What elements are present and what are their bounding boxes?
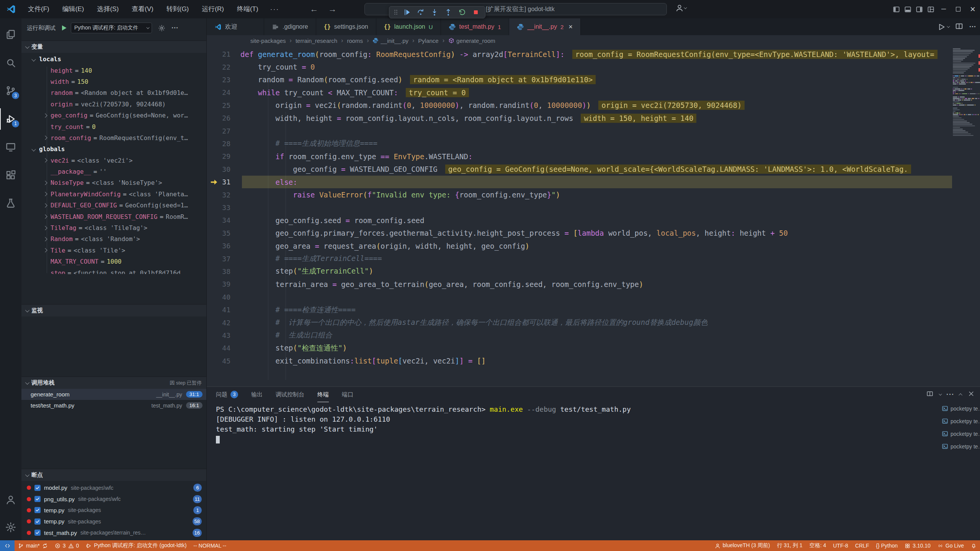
panel-maximize-icon[interactable] [959, 393, 962, 397]
code-editor[interactable]: 2021def generate_room(room_config: RoomR… [207, 46, 952, 386]
activity-extensions[interactable] [0, 165, 21, 186]
tab-test_math.py[interactable]: test_math.py1 [441, 18, 509, 35]
terminal-new-chevron-icon[interactable] [939, 392, 942, 395]
tab-launch.json[interactable]: {}launch.jsonU [376, 18, 441, 35]
views-more-actions[interactable]: ··· [172, 24, 178, 32]
callstack-section-header[interactable]: 调用堆栈 因 step 已暂停 [21, 377, 206, 389]
step-into-button[interactable] [428, 7, 441, 18]
status-problems[interactable]: 30 [51, 540, 83, 551]
watch-section-header[interactable]: 监视 [21, 304, 206, 316]
breadcrumb-item-__init__.py[interactable]: __init__.py [372, 37, 408, 44]
debug-settings-gear-icon[interactable] [158, 24, 165, 32]
status-notifications[interactable] [967, 540, 980, 551]
status-remote-indicator[interactable] [0, 540, 15, 551]
status-eol[interactable]: CRLF [852, 540, 873, 551]
activity-explorer[interactable] [0, 24, 21, 45]
variable-row[interactable]: TileTag=<class 'TileTag'> [21, 222, 206, 233]
menu-item-编辑(E)[interactable]: 编辑(E) [56, 0, 91, 18]
variable-row[interactable]: width=150 [21, 76, 206, 87]
menu-item-查看(V)[interactable]: 查看(V) [125, 0, 160, 18]
callstack-frame[interactable]: generate_room__init__.py31:1 [21, 389, 206, 400]
restart-button[interactable] [455, 7, 469, 18]
panel-more-icon[interactable]: ··· [946, 391, 954, 399]
breakpoint-row[interactable]: temp.pysite-packages1 [21, 505, 206, 516]
activity-testing[interactable] [0, 192, 21, 214]
panel-tab-调试控制台[interactable]: 调试控制台 [276, 387, 304, 402]
nav-forward-icon[interactable]: → [328, 4, 337, 14]
split-editor[interactable] [955, 22, 963, 32]
status-go-live[interactable]: Go Live [934, 540, 967, 551]
variable-row[interactable]: vec2i=<class 'vec2i'> [21, 155, 206, 166]
status-python-version[interactable]: 3.10.10 [901, 540, 934, 551]
layout-icon[interactable] [925, 0, 936, 18]
terminal-instance-item[interactable]: pocketpy te… [940, 427, 980, 440]
status-git-branch[interactable]: main* [15, 540, 51, 551]
variables-section-header[interactable]: 变量 [21, 41, 206, 53]
breakpoint-row[interactable]: temp.pysite-packages58 [21, 516, 206, 527]
variable-row[interactable]: random=<Random object at 0x1bf9d01e… [21, 87, 206, 98]
variable-row[interactable]: room_config=RoomRequestConfig(env_t… [21, 132, 206, 143]
callstack-frame[interactable]: test/test_math.pytest_math.py16:1 [21, 400, 206, 411]
variable-row[interactable]: NoiseType=<class 'NoiseType'> [21, 177, 206, 188]
activity-remote-explorer[interactable] [0, 136, 21, 158]
breadcrumb-item-rooms[interactable]: rooms [347, 37, 363, 44]
minimap[interactable] [952, 46, 978, 386]
breakpoints-section-header[interactable]: 断点 [21, 469, 206, 481]
terminal-instance-item[interactable]: pocketpy te… [940, 415, 980, 427]
step-over-button[interactable] [414, 7, 428, 18]
status-indentation[interactable]: 空格: 4 [806, 540, 830, 551]
menu-item-选择(S)[interactable]: 选择(S) [90, 0, 125, 18]
panel-left-icon[interactable] [890, 0, 902, 18]
variable-row[interactable]: stop=<function stop at 0x1bf8d716d [21, 267, 206, 274]
breakpoint-checkbox[interactable] [34, 530, 41, 536]
status-debug-session[interactable]: Python 调试程序: 启动文件 (godot-ldtk) [82, 540, 190, 551]
variable-row[interactable]: MAX_TRY_COUNT=1000 [21, 256, 206, 267]
tab-close-icon[interactable]: × [568, 23, 573, 31]
nav-back-icon[interactable]: ← [310, 4, 318, 14]
activity-search[interactable] [0, 52, 21, 73]
breakpoint-row[interactable]: model.pysite-packages\wfc6 [21, 482, 206, 493]
start-debug-button[interactable] [60, 24, 68, 32]
panel-tab-终端[interactable]: 终端 [317, 387, 329, 402]
panel-bottom-icon[interactable] [902, 0, 913, 18]
status-vim-mode[interactable]: -- NORMAL -- [190, 540, 230, 551]
breakpoint-checkbox[interactable] [34, 507, 41, 513]
menu-item-终端(T)[interactable]: 终端(T) [230, 0, 265, 18]
tab-__init__.py[interactable]: __init__.py2× [509, 18, 581, 35]
more-actions[interactable]: ··· [969, 23, 976, 31]
close-button[interactable]: × [965, 0, 980, 18]
breakpoint-row[interactable]: test_math.pysite-packages\terrain_res…16 [21, 527, 206, 538]
variable-row[interactable]: WASTELAND_ROOM_REQUEST_CONFIG=RoomR… [21, 211, 206, 222]
activity-settings[interactable] [0, 517, 21, 538]
variable-row[interactable]: origin=vec2i(7205730, 9024468) [21, 99, 206, 110]
terminal-split-icon[interactable] [926, 390, 933, 399]
variable-row[interactable]: globals [21, 143, 206, 155]
tab-settings.json[interactable]: {}settings.json [316, 18, 376, 35]
terminal-instance-item[interactable]: pocketpy te… [940, 402, 980, 415]
status-cursor-position[interactable]: 行 31, 列 1 [773, 540, 806, 551]
minimize-button[interactable]: ─ [936, 0, 951, 18]
variable-row[interactable]: try_count=0 [21, 121, 206, 132]
stop-button[interactable] [469, 7, 483, 18]
breakpoint-checkbox[interactable] [34, 518, 41, 525]
breadcrumb-item-site-packages[interactable]: site-packages [250, 37, 286, 44]
variable-row[interactable]: DEFAULT_GEO_CONFIG=GeoConfig(seed=1… [21, 200, 206, 211]
panel-right-icon[interactable] [913, 0, 925, 18]
activity-source-control[interactable]: 3 [0, 80, 21, 101]
variable-row[interactable]: __package__='' [21, 166, 206, 177]
debug-config-select[interactable]: Python 调试程序: 启动文件 [71, 23, 152, 33]
panel-close-icon[interactable] [968, 390, 975, 399]
variable-row[interactable]: height=140 [21, 65, 206, 76]
status-git-blame[interactable]: blueloveTH (3 周前) [711, 540, 774, 551]
breakpoint-row[interactable]: png_utils.pysite-packages\wfc11 [21, 493, 206, 504]
variable-row[interactable]: locals [21, 54, 206, 65]
status-language-mode[interactable]: {} Python [872, 540, 901, 551]
step-out-button[interactable] [441, 7, 455, 18]
activity-run-and-debug[interactable]: 1 [0, 108, 21, 130]
breadcrumb-item-Pylance[interactable]: Pylance [418, 37, 438, 44]
menu-item-转到(G)[interactable]: 转到(G) [160, 0, 196, 18]
breadcrumb-item-terrain_research[interactable]: terrain_research [296, 37, 337, 44]
menu-item-文件(F)[interactable]: 文件(F) [21, 0, 56, 18]
menu-more-button[interactable]: ··· [265, 5, 285, 13]
tab-欢迎[interactable]: 欢迎 [207, 18, 264, 35]
